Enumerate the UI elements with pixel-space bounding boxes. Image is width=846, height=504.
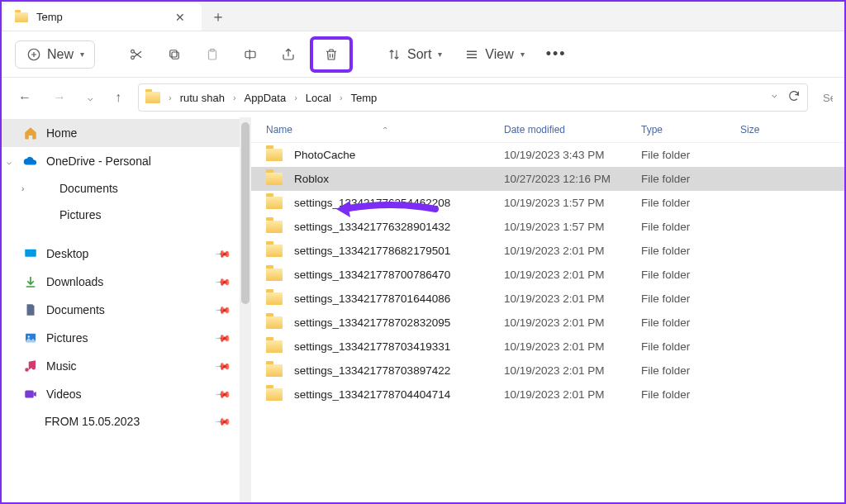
scrollbar-thumb[interactable] [241, 122, 250, 304]
trash-icon [323, 46, 340, 63]
pin-icon: 📌 [215, 358, 232, 375]
view-button[interactable]: View ▾ [455, 41, 532, 68]
home-icon [23, 126, 38, 140]
file-type: File folder [641, 149, 740, 161]
sidebar-item-from[interactable]: FROM 15.05.2023📌 [2, 408, 240, 435]
file-date: 10/19/2023 2:01 PM [504, 340, 641, 353]
folder-icon [266, 269, 283, 281]
chevron-down-icon[interactable]: ⌵ [7, 157, 12, 166]
table-row[interactable]: settings_13342177870078647010/19/2023 2:… [251, 263, 844, 287]
file-list: Name⌃ Date modified Type Size PhotoCache… [251, 117, 844, 502]
file-date: 10/19/2023 1:57 PM [504, 221, 641, 233]
new-button[interactable]: New ▾ [15, 40, 95, 69]
file-date: 10/19/2023 2:01 PM [504, 364, 641, 377]
folder-icon [15, 12, 28, 22]
table-row[interactable]: settings_13342177870440471410/19/2023 2:… [251, 383, 844, 407]
address-bar[interactable]: › rutu shah › AppData › Local › Temp ⌵ [138, 83, 808, 112]
table-row[interactable]: settings_13342177870164408610/19/2023 2:… [251, 287, 844, 311]
search-input[interactable]: Se [820, 92, 833, 104]
tab-title: Temp [36, 11, 162, 23]
column-type[interactable]: Type [641, 124, 740, 136]
cut-button[interactable] [120, 41, 153, 68]
sidebar-label: Documents [59, 182, 118, 195]
cloud-icon [23, 154, 38, 169]
table-row[interactable]: settings_13342177870283209510/19/2023 2:… [251, 311, 844, 335]
file-type: File folder [641, 364, 740, 377]
sidebar-item-documents[interactable]: › Documents [2, 175, 240, 202]
sidebar-item-downloads[interactable]: Downloads📌 [2, 268, 240, 296]
chevron-down-icon[interactable]: ⌵ [772, 89, 777, 106]
sidebar-item-onedrive[interactable]: ⌵ OneDrive - Personal [2, 147, 240, 175]
new-tab-button[interactable]: ＋ [202, 2, 235, 31]
sort-label: Sort [407, 47, 431, 62]
refresh-button[interactable] [787, 89, 801, 106]
table-row[interactable]: settings_13342177632890143210/19/2023 1:… [251, 215, 844, 239]
folder-icon [266, 221, 283, 233]
table-row[interactable]: Roblox10/27/2023 12:16 PMFile folder [251, 167, 844, 191]
sidebar-label: Music [46, 359, 77, 373]
file-date: 10/19/2023 2:01 PM [504, 388, 641, 401]
share-button[interactable] [272, 41, 305, 68]
pin-icon: 📌 [215, 413, 232, 430]
tab-temp[interactable]: Temp ✕ [3, 3, 202, 31]
svg-rect-11 [25, 391, 34, 398]
file-name: settings_133421778703419331 [294, 340, 450, 353]
sidebar-label: Downloads [46, 275, 103, 288]
chevron-right-icon[interactable]: › [21, 184, 24, 193]
video-icon [23, 387, 38, 402]
sidebar-scrollbar[interactable] [240, 117, 251, 502]
file-type: File folder [641, 173, 740, 185]
sidebar-item-music[interactable]: Music📌 [2, 352, 240, 380]
file-date: 10/19/2023 2:01 PM [504, 292, 641, 305]
folder-icon [38, 183, 51, 193]
close-icon[interactable]: ✕ [170, 9, 190, 26]
back-button[interactable]: ← [13, 87, 36, 108]
recent-button[interactable]: ⌵ [83, 89, 98, 107]
tab-bar: Temp ✕ ＋ [2, 2, 844, 31]
breadcrumb-2[interactable]: Local [301, 88, 336, 107]
more-button[interactable]: ••• [538, 40, 575, 68]
forward-button[interactable]: → [48, 87, 71, 108]
column-date[interactable]: Date modified [504, 124, 641, 136]
clipboard-icon [204, 46, 221, 63]
breadcrumb-3[interactable]: Temp [346, 88, 383, 107]
new-label: New [47, 47, 74, 62]
pin-icon: 📌 [215, 330, 232, 347]
file-type: File folder [641, 340, 740, 353]
rename-button[interactable] [234, 41, 267, 68]
table-row[interactable]: settings_13342177868217950110/19/2023 2:… [251, 239, 844, 263]
paste-button[interactable] [196, 41, 229, 68]
table-row[interactable]: PhotoCache10/19/2023 3:43 PMFile folder [251, 143, 844, 167]
sidebar-item-documents-quick[interactable]: Documents📌 [2, 296, 240, 324]
sidebar-item-desktop[interactable]: Desktop📌 [2, 240, 240, 268]
column-name[interactable]: Name⌃ [266, 124, 504, 136]
view-icon [463, 46, 480, 63]
sidebar-item-pictures[interactable]: Pictures [2, 202, 240, 228]
breadcrumb-1[interactable]: AppData [240, 88, 292, 107]
sort-icon [386, 46, 402, 63]
file-date: 10/27/2023 12:16 PM [504, 173, 641, 185]
file-name: PhotoCache [294, 149, 355, 161]
sidebar-item-pictures-quick[interactable]: Pictures📌 [2, 324, 240, 352]
table-row[interactable]: settings_13342177870341933110/19/2023 2:… [251, 335, 844, 359]
copy-button[interactable] [158, 41, 191, 68]
sidebar-label: Home [46, 126, 77, 140]
table-row[interactable]: settings_13342177625446220810/19/2023 1:… [251, 191, 844, 215]
svg-rect-8 [25, 250, 36, 257]
column-size[interactable]: Size [740, 124, 790, 136]
sidebar: Home ⌵ OneDrive - Personal › Documents P… [2, 117, 251, 502]
pin-icon: 📌 [215, 302, 232, 319]
file-type: File folder [641, 269, 740, 281]
file-type: File folder [641, 245, 740, 257]
up-button[interactable]: ↑ [110, 87, 126, 108]
sidebar-item-videos[interactable]: Videos📌 [2, 380, 240, 408]
toolbar: New ▾ Sort ▾ View ▾ ••• [2, 31, 844, 78]
table-row[interactable]: settings_13342177870389742210/19/2023 2:… [251, 359, 844, 383]
breadcrumb-0[interactable]: rutu shah [175, 88, 230, 107]
folder-icon [266, 197, 283, 209]
sort-button[interactable]: Sort ▾ [378, 41, 450, 68]
sidebar-item-home[interactable]: Home [2, 119, 240, 147]
file-date: 10/19/2023 1:57 PM [504, 197, 641, 209]
delete-button[interactable] [316, 43, 346, 66]
file-date: 10/19/2023 2:01 PM [504, 269, 641, 281]
